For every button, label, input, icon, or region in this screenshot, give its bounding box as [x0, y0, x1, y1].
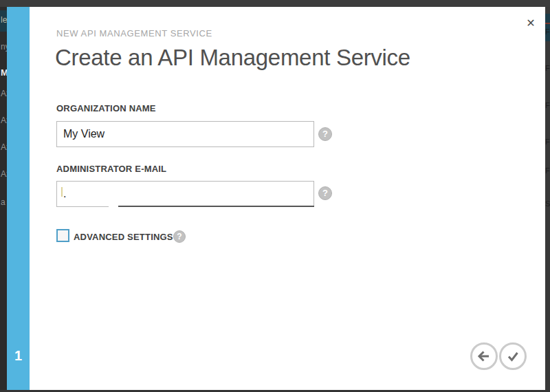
- advanced-settings-label: ADVANCED SETTINGS: [74, 232, 173, 242]
- advanced-settings-help-icon[interactable]: ?: [173, 230, 186, 243]
- text-caret: [61, 187, 63, 197]
- screen: le ny M Az Az Az Az a F F F F F S 1 ✕ NE…: [0, 0, 550, 392]
- submit-button[interactable]: [499, 342, 527, 370]
- close-icon: ✕: [526, 17, 535, 30]
- organization-name-input[interactable]: [56, 121, 314, 147]
- sidebar-fragment: ny: [1, 42, 7, 52]
- sidebar-fragment: M: [1, 67, 7, 78]
- portal-content-remnant: F F F F F S: [545, 7, 550, 390]
- organization-name-label: ORGANIZATION NAME: [56, 103, 156, 113]
- portal-top-bar: [0, 0, 550, 7]
- border-artifact: [118, 206, 314, 207]
- portal-sidebar-remnant: le ny M Az Az Az Az a: [0, 7, 7, 390]
- back-button[interactable]: [470, 342, 498, 370]
- administrator-email-help-icon[interactable]: ?: [318, 186, 332, 200]
- wizard-dialog: 1 ✕ NEW API MANAGEMENT SERVICE Create an…: [7, 7, 545, 390]
- wizard-step-stripe: 1: [7, 7, 30, 390]
- administrator-email-input[interactable]: [56, 181, 314, 207]
- content-fragment: S: [545, 199, 550, 208]
- advanced-settings-checkbox[interactable]: [56, 229, 69, 242]
- sidebar-fragment: Az: [1, 169, 7, 179]
- content-fragment: F: [545, 166, 550, 175]
- sidebar-fragment: a: [1, 197, 6, 207]
- administrator-email-label: ADMINISTRATOR E-MAIL: [56, 164, 166, 174]
- content-fragment: F: [545, 101, 550, 109]
- sidebar-fragment: le: [1, 15, 7, 25]
- sidebar-fragment: Az: [1, 116, 7, 125]
- dialog-eyebrow: NEW API MANAGEMENT SERVICE: [56, 28, 212, 39]
- content-fragment: F: [545, 28, 550, 36]
- dialog-title: Create an API Management Service: [55, 45, 410, 71]
- content-fragment: F: [545, 64, 550, 72]
- back-arrow-icon: [476, 349, 492, 364]
- selected-row-marker: [545, 23, 550, 24]
- sidebar-fragment: Az: [1, 89, 7, 98]
- step-number: 1: [7, 348, 30, 364]
- checkmark-icon: [505, 349, 520, 364]
- sidebar-fragment: Az: [1, 142, 7, 152]
- content-fragment: F: [545, 138, 550, 146]
- administrator-email-field: [56, 181, 314, 207]
- organization-name-help-icon[interactable]: ?: [318, 127, 332, 141]
- close-button[interactable]: ✕: [522, 15, 539, 32]
